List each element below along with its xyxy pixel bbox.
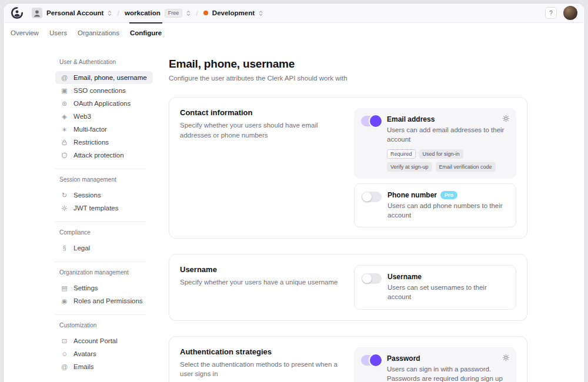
setting-description: Users can add email addresses to their a… xyxy=(387,125,509,144)
app-window: Personal Account / workcation Free / Dev… xyxy=(4,4,584,382)
setting-label: Password xyxy=(387,354,509,363)
tab-organizations[interactable]: Organizations xyxy=(72,23,125,42)
shield-icon xyxy=(61,152,68,159)
sidebar-item-roles-permissions[interactable]: ◉ Roles and Permissions xyxy=(55,294,153,307)
sidebar-item-emails[interactable]: @ Emails xyxy=(55,360,153,373)
page-title: Email, phone, username xyxy=(169,58,527,71)
environment-name: Development xyxy=(212,9,255,16)
sidebar-item-label: Web3 xyxy=(74,113,91,120)
nav-tabs: Overview Users Organizations Configure xyxy=(4,23,584,42)
tab-overview[interactable]: Overview xyxy=(5,23,44,42)
clerk-logo-icon[interactable] xyxy=(11,6,24,19)
sidebar-item-web3[interactable]: ◈ Web3 xyxy=(55,110,153,123)
pro-badge: Pro xyxy=(440,191,457,199)
card-settings-column: Password Users can sign in with a passwo… xyxy=(354,347,516,382)
sidebar-item-sessions[interactable]: ↻ Sessions xyxy=(55,189,153,202)
breadcrumb-separator: / xyxy=(196,9,198,18)
account-switcher[interactable]: Personal Account xyxy=(32,8,112,18)
sidebar-item-avatars[interactable]: ☺ Avatars xyxy=(55,347,153,360)
plan-badge: Free xyxy=(165,9,183,18)
setting-content: Phone number Pro Users can add phone num… xyxy=(387,191,509,220)
card-description: Select the authentication methods to pre… xyxy=(180,360,345,379)
tab-users[interactable]: Users xyxy=(44,23,72,42)
sidebar-item-email-phone-username[interactable]: @ Email, phone, username xyxy=(55,71,153,84)
page-subtitle: Configure the user attributes the Clerk … xyxy=(169,75,527,82)
sidebar-item-label: Sessions xyxy=(74,192,101,199)
header-actions: ? xyxy=(545,6,577,20)
help-button[interactable]: ? xyxy=(545,7,557,19)
settings-sidebar: User & Authentication @ Email, phone, us… xyxy=(55,42,153,382)
setting-description: Users can add phone numbers to their acc… xyxy=(387,201,509,220)
roles-icon: ◉ xyxy=(61,297,68,305)
sidebar-item-label: Legal xyxy=(74,244,90,252)
sidebar-item-legal[interactable]: § Legal xyxy=(55,242,153,254)
chevron-up-down-icon xyxy=(186,10,191,16)
setting-content: Username Users can set usernames to thei… xyxy=(387,273,509,301)
password-settings-gear-icon[interactable] xyxy=(502,354,510,361)
section-label: User & Authentication xyxy=(59,59,153,65)
sidebar-item-label: Email, phone, username xyxy=(74,74,147,81)
settings-panel-icon: ▤ xyxy=(61,284,68,292)
section-label: Compliance xyxy=(59,229,153,236)
phone-number-toggle[interactable] xyxy=(362,192,382,202)
sidebar-item-label: JWT templates xyxy=(74,205,118,212)
card-heading-column: Contact information Specify whether your… xyxy=(180,108,354,227)
section-label: Organization management xyxy=(59,269,153,276)
sidebar-item-label: Roles and Permissions xyxy=(74,297,143,304)
username-card: Username Specify whether your users have… xyxy=(169,254,527,320)
sidebar-item-multi-factor[interactable]: ∗ Multi-factor xyxy=(55,123,153,136)
password-toggle[interactable] xyxy=(361,355,381,366)
sidebar-item-oauth-applications[interactable]: ⊛ OAuth Applications xyxy=(55,97,153,110)
main-panel: Email, phone, username Configure the use… xyxy=(169,42,527,382)
gear-icon xyxy=(61,205,68,212)
username-toggle[interactable] xyxy=(362,273,382,284)
section-label: Customization xyxy=(59,322,153,329)
sidebar-item-label: Attack protection xyxy=(74,152,124,159)
sidebar-item-label: Emails xyxy=(74,363,94,370)
card-title: Username xyxy=(180,265,345,274)
email-at-icon: @ xyxy=(61,363,68,371)
setting-content: Email address Users can add email addres… xyxy=(387,115,509,172)
setting-label: Email address xyxy=(387,115,509,123)
top-header: Personal Account / workcation Free / Dev… xyxy=(4,4,584,23)
account-name: Personal Account xyxy=(46,9,103,16)
sidebar-item-restrictions[interactable]: Restrictions xyxy=(55,136,153,149)
project-switcher[interactable]: workcation Free xyxy=(125,9,191,18)
sidebar-item-jwt-templates[interactable]: JWT templates xyxy=(55,202,153,215)
email-address-toggle[interactable] xyxy=(361,116,381,126)
required-badge: Required xyxy=(387,149,416,159)
sidebar-item-account-portal[interactable]: ⊡ Account Portal xyxy=(55,334,153,347)
email-address-setting: Email address Users can add email addres… xyxy=(354,108,516,179)
avatar-face-icon: ☺ xyxy=(61,350,68,358)
chevron-up-down-icon xyxy=(108,10,112,16)
sidebar-item-label: Multi-factor xyxy=(74,126,107,133)
username-setting: Username Users can set usernames to thei… xyxy=(354,265,516,309)
sidebar-item-label: Avatars xyxy=(74,350,96,357)
password-setting: Password Users can sign in with a passwo… xyxy=(354,347,516,382)
sidebar-item-label: SSO connections xyxy=(74,87,126,94)
setting-description: Users can sign in with a password. Passw… xyxy=(387,364,509,382)
breadcrumb-separator: / xyxy=(117,9,119,18)
email-settings-gear-icon[interactable] xyxy=(502,115,510,122)
breadcrumb: Personal Account / workcation Free / Dev… xyxy=(32,8,263,18)
toggle-knob xyxy=(362,192,372,202)
used-for-sign-in-badge: Used for sign-in xyxy=(419,149,463,159)
sessions-refresh-icon: ↻ xyxy=(61,192,68,199)
chevron-up-down-icon xyxy=(259,10,263,16)
card-heading-column: Authentication strategies Select the aut… xyxy=(180,347,354,382)
sidebar-item-org-settings[interactable]: ▤ Settings xyxy=(55,282,153,294)
user-avatar[interactable] xyxy=(563,6,577,20)
portal-icon: ⊡ xyxy=(61,337,68,345)
toggle-knob xyxy=(362,274,372,283)
card-settings-column: Username Users can set usernames to thei… xyxy=(354,265,516,309)
environment-switcher[interactable]: Development xyxy=(203,9,263,16)
section-label: Session management xyxy=(59,176,153,183)
setting-label: Username xyxy=(387,273,509,281)
card-settings-column: Email address Users can add email addres… xyxy=(354,108,516,227)
sidebar-divider xyxy=(55,262,146,262)
environment-dot-icon xyxy=(203,11,208,15)
tab-configure[interactable]: Configure xyxy=(125,23,167,42)
sidebar-item-sso-connections[interactable]: ▣ SSO connections xyxy=(55,84,153,97)
sidebar-item-attack-protection[interactable]: Attack protection xyxy=(55,149,153,162)
verify-at-sign-up-badge: Verify at sign-up xyxy=(387,162,432,172)
